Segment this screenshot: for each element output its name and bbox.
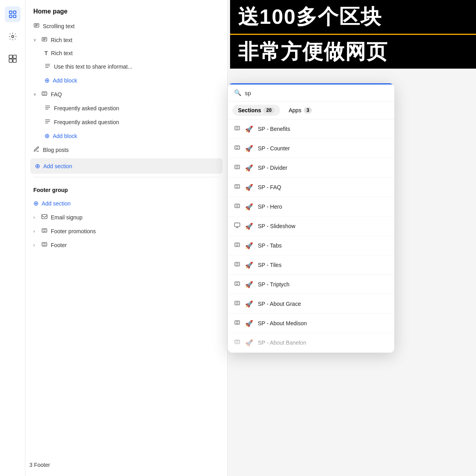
add-block-rt-icon: ⊕: [44, 77, 50, 84]
email-signup-label: Email signup: [51, 214, 219, 221]
result-emoji-about-grace: 🚀: [245, 300, 253, 308]
result-label-about-banelon: SP - About Banelon: [258, 340, 306, 346]
blog-posts-icon: [33, 146, 40, 154]
sidebar-icon-blocks[interactable]: [5, 51, 21, 67]
add-block-faq-icon: ⊕: [44, 132, 50, 140]
result-label-divider: SP - Divider: [258, 165, 287, 171]
result-icon-slideshow: [234, 222, 240, 230]
tree-item-faq-child-1[interactable]: Frequently asked question: [25, 101, 227, 115]
faq-chevron: ∨: [33, 92, 38, 96]
svg-rect-33: [42, 242, 47, 246]
result-icon-tabs: [234, 242, 240, 250]
tree-item-faq-parent[interactable]: ∨ FAQ: [25, 87, 227, 101]
svg-rect-67: [235, 340, 240, 344]
blog-posts-label: Blog posts: [43, 147, 219, 153]
add-section-label: Add section: [43, 163, 218, 169]
tree-item-scrolling-text[interactable]: Scrolling text: [25, 19, 227, 33]
svg-rect-5: [9, 55, 12, 58]
svg-rect-36: [235, 126, 240, 130]
left-sidebar: [0, 0, 25, 476]
add-block-rt-label: Add block: [53, 77, 219, 84]
add-block-faq[interactable]: ⊕ Add block: [25, 129, 227, 143]
result-sp-slideshow[interactable]: 🚀 SP - Slideshow: [228, 217, 394, 236]
result-icon-divider: [234, 164, 240, 172]
result-sp-tabs[interactable]: 🚀 SP - Tabs: [228, 236, 394, 255]
faq-parent-label: FAQ: [51, 91, 219, 98]
tab-apps[interactable]: Apps 3: [283, 105, 318, 116]
result-icon-triptych: [234, 280, 240, 288]
add-section-footer[interactable]: ⊕ Add section: [25, 196, 227, 210]
email-signup-chevron: ›: [33, 215, 38, 220]
search-icon: 🔍: [234, 89, 242, 96]
result-emoji-counter: 🚀: [245, 145, 253, 152]
footer-promotions-chevron: ›: [33, 228, 38, 234]
result-label-triptych: SP - Triptych: [258, 281, 290, 288]
result-emoji-divider: 🚀: [245, 164, 253, 172]
tab-sections[interactable]: Sections 20: [232, 105, 280, 116]
chinese-banner: 送100多个区块 非常方便做网页: [230, 0, 476, 69]
result-emoji-faq: 🚀: [245, 184, 253, 191]
result-label-tiles: SP - Tiles: [258, 262, 282, 268]
page-title: Home page: [25, 0, 227, 19]
search-popup: 🔍 sp Sections 20 Apps 3 🚀 SP - Benefits …: [228, 83, 394, 353]
add-block-richtext[interactable]: ⊕ Add block: [25, 73, 227, 87]
result-sp-divider[interactable]: 🚀 SP - Divider: [228, 158, 394, 178]
tree-item-blog-posts[interactable]: Blog posts: [25, 143, 227, 157]
tab-bar: Sections 20 Apps 3: [228, 102, 394, 119]
svg-rect-1: [13, 11, 15, 13]
result-icon-about-medison: [234, 319, 240, 327]
tree-item-footer[interactable]: › Footer: [25, 238, 227, 252]
footer-label: Footer: [51, 242, 219, 248]
svg-rect-51: [234, 223, 240, 226]
divider: [33, 177, 219, 177]
result-icon-faq: [234, 183, 240, 191]
sidebar-icon-settings[interactable]: [5, 29, 21, 44]
result-sp-about-medison[interactable]: 🚀 SP - About Medison: [228, 314, 394, 333]
result-sp-about-grace[interactable]: 🚀 SP - About Grace: [228, 294, 394, 314]
result-sp-benefits[interactable]: 🚀 SP - Benefits: [228, 119, 394, 139]
rich-text-title-icon: T: [44, 50, 48, 56]
result-emoji-tiles: 🚀: [245, 261, 253, 269]
svg-rect-61: [235, 301, 240, 305]
svg-rect-29: [42, 215, 47, 219]
svg-rect-42: [235, 165, 240, 169]
svg-rect-20: [42, 92, 47, 95]
search-input[interactable]: sp: [245, 90, 388, 96]
tree-item-email-signup[interactable]: › Email signup: [25, 210, 227, 224]
main-panel: Home page Scrolling text ∨: [25, 0, 228, 476]
svg-rect-58: [235, 282, 240, 285]
result-emoji-tabs: 🚀: [245, 242, 253, 250]
result-icon-hero: [234, 203, 240, 211]
result-emoji-hero: 🚀: [245, 203, 253, 211]
result-sp-triptych[interactable]: 🚀 SP - Triptych: [228, 275, 394, 294]
banner-line1: 送100多个区块: [230, 0, 476, 35]
svg-rect-48: [235, 204, 240, 207]
result-emoji-benefits: 🚀: [245, 125, 253, 133]
result-sp-about-banelon[interactable]: 🚀 SP - About Banelon: [228, 333, 394, 353]
result-sp-counter[interactable]: 🚀 SP - Counter: [228, 139, 394, 158]
svg-point-4: [12, 35, 14, 38]
sidebar-icon-layers[interactable]: [5, 6, 21, 22]
faq-child2-label: Frequently asked question: [54, 119, 219, 125]
result-label-hero: SP - Hero: [258, 203, 282, 210]
email-signup-icon: [41, 213, 48, 221]
tree-item-rich-text-desc[interactable]: Use this text to share informat...: [25, 60, 227, 73]
faq-child1-label: Frequently asked question: [54, 105, 219, 111]
result-emoji-triptych: 🚀: [245, 281, 253, 288]
svg-rect-7: [9, 59, 12, 62]
tree-item-rich-text-title[interactable]: T Rich text: [25, 47, 227, 60]
result-icon-benefits: [234, 125, 240, 133]
tree-item-rich-text-parent[interactable]: ∨ Rich text: [25, 33, 227, 47]
result-sp-faq[interactable]: 🚀 SP - FAQ: [228, 178, 394, 197]
footer-tab-container: 3 Footer: [29, 462, 50, 468]
add-section-main[interactable]: ⊕ Add section: [30, 158, 223, 174]
footer-promotions-icon: [41, 227, 48, 235]
faq-parent-icon: [41, 90, 48, 98]
panel-content: Scrolling text ∨ Rich text T Rich text: [25, 19, 227, 471]
footer-promotions-label: Footer promotions: [51, 228, 219, 234]
scrolling-text-icon: [33, 22, 40, 30]
tree-item-faq-child-2[interactable]: Frequently asked question: [25, 115, 227, 129]
tree-item-footer-promotions[interactable]: › Footer promotions: [25, 224, 227, 238]
result-sp-hero[interactable]: 🚀 SP - Hero: [228, 197, 394, 217]
result-sp-tiles[interactable]: 🚀 SP - Tiles: [228, 255, 394, 275]
